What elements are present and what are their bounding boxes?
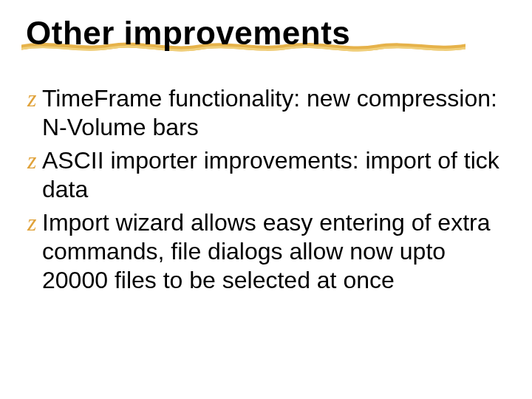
list-item: z Import wizard allows easy entering of … bbox=[27, 208, 510, 295]
list-item-text: TimeFrame functionality: new compression… bbox=[42, 84, 510, 142]
bullet-glyph-icon: z bbox=[27, 86, 41, 112]
slide-title: Other improvements bbox=[26, 15, 510, 52]
list-item: z TimeFrame functionality: new compressi… bbox=[27, 84, 510, 142]
list-item-text: ASCII importer improvements: import of t… bbox=[42, 146, 510, 204]
list-item-text: Import wizard allows easy entering of ex… bbox=[42, 208, 510, 295]
bullet-glyph-icon: z bbox=[27, 210, 41, 236]
list-item: z ASCII importer improvements: import of… bbox=[27, 146, 510, 204]
bullet-list: z TimeFrame functionality: new compressi… bbox=[26, 84, 510, 295]
slide-title-block: Other improvements bbox=[26, 15, 510, 65]
bullet-glyph-icon: z bbox=[27, 148, 41, 174]
